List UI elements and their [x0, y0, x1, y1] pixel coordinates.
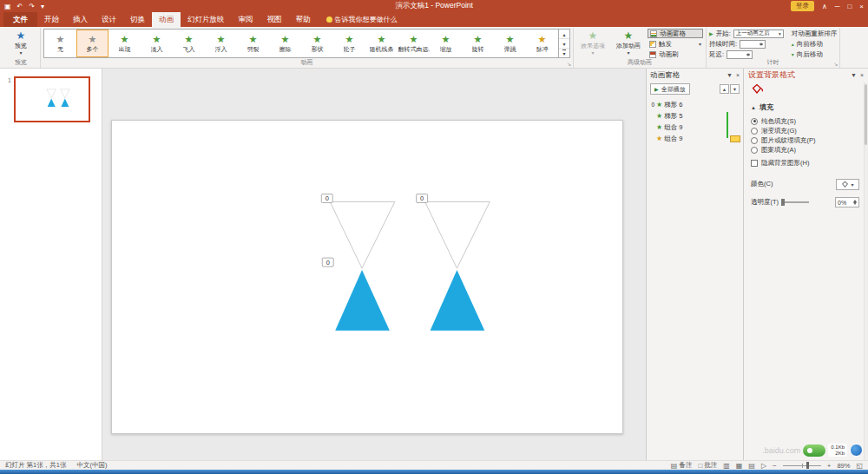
- slide-sorter-icon[interactable]: ▦: [736, 462, 743, 470]
- option-control[interactable]: [751, 147, 758, 154]
- close-icon[interactable]: ×: [736, 72, 740, 78]
- option-control[interactable]: [751, 128, 758, 135]
- animation-effect-item[interactable]: ★ 随机线条: [365, 30, 398, 57]
- slide-thumbnail[interactable]: [14, 76, 90, 122]
- move-up-button[interactable]: ▲: [720, 84, 729, 94]
- animation-effect-item[interactable]: ★ 淡入: [141, 30, 173, 57]
- fill-option[interactable]: 隐藏背景图形(H): [751, 158, 859, 168]
- notes-button[interactable]: ▤ 备注: [671, 461, 693, 470]
- trapezoid-outline-shape-1[interactable]: [330, 201, 395, 268]
- delay-spinner[interactable]: [727, 50, 753, 59]
- minimize-button[interactable]: ─: [835, 3, 840, 10]
- windows-taskbar-edge[interactable]: [0, 470, 868, 474]
- gallery-more-icon[interactable]: ▾: [559, 49, 569, 57]
- triangle-shape-2[interactable]: [431, 270, 485, 331]
- trigger-button[interactable]: 触发 ▾: [648, 39, 703, 49]
- transparency-slider[interactable]: [781, 201, 809, 203]
- fill-bucket-icon[interactable]: [751, 83, 763, 95]
- maximize-button[interactable]: □: [847, 3, 852, 10]
- ribbon-tab[interactable]: 帮助: [289, 12, 318, 27]
- ribbon-tab[interactable]: 开始: [37, 12, 66, 27]
- fill-option[interactable]: 纯色填充(S): [751, 116, 859, 126]
- ribbon-display-options-icon[interactable]: ∧: [822, 3, 827, 10]
- login-button[interactable]: 登录: [791, 1, 814, 11]
- reading-view-icon[interactable]: ▤: [748, 462, 755, 470]
- zoom-slider[interactable]: [783, 465, 821, 466]
- trapezoid-outline-shape-2[interactable]: [425, 201, 490, 268]
- zoom-slider-thumb[interactable]: [806, 462, 809, 469]
- tell-me-box[interactable]: 告诉我你想要做什么: [326, 12, 398, 27]
- gallery-scroll-down-icon[interactable]: ▾: [559, 39, 569, 49]
- animation-effect-item[interactable]: ★ 无: [44, 30, 76, 57]
- dialog-launcher-icon[interactable]: ↘: [833, 62, 838, 67]
- animation-timing-bar[interactable]: [730, 113, 740, 120]
- animation-effect-item[interactable]: ★ 弹跳: [494, 30, 526, 57]
- ribbon-tab[interactable]: 幻灯片放映: [181, 12, 232, 27]
- ribbon-tab[interactable]: 文件: [3, 12, 37, 27]
- slider-thumb[interactable]: [781, 199, 785, 206]
- close-button[interactable]: ×: [859, 3, 864, 10]
- animation-list-item[interactable]: ★ 组合 9: [647, 133, 743, 144]
- fit-to-window-icon[interactable]: ◱: [856, 462, 863, 470]
- language-indicator[interactable]: 中文(中国): [76, 461, 107, 470]
- animation-timing-bar[interactable]: [730, 135, 740, 142]
- zoom-out-icon[interactable]: −: [773, 462, 777, 470]
- fill-option[interactable]: 渐变填充(G): [751, 126, 859, 135]
- save-icon[interactable]: ▣: [4, 3, 11, 10]
- zoom-in-icon[interactable]: +: [827, 462, 832, 470]
- redo-icon[interactable]: ↷: [29, 3, 35, 10]
- ribbon-tab[interactable]: 视图: [260, 12, 289, 27]
- duration-spinner[interactable]: [740, 40, 766, 49]
- animation-effect-item[interactable]: ★ 出现: [108, 30, 141, 57]
- close-icon[interactable]: ×: [860, 72, 864, 78]
- animation-effect-item[interactable]: ★ 飞入: [173, 30, 205, 57]
- zoom-level[interactable]: 89%: [837, 462, 850, 470]
- color-dropdown-button[interactable]: ▾: [836, 179, 859, 190]
- animation-list-item[interactable]: ★ 组合 9: [647, 122, 743, 133]
- animation-effect-item[interactable]: ★ 擦除: [269, 30, 301, 57]
- quick-access-dropdown-icon[interactable]: ▾: [41, 3, 44, 10]
- preview-button[interactable]: ★ 预览 ▾: [4, 29, 37, 56]
- fill-option[interactable]: 图案填充(A): [751, 145, 859, 155]
- dialog-launcher-icon[interactable]: ↘: [567, 62, 571, 67]
- animation-timing-bar[interactable]: [730, 124, 740, 131]
- animation-list-item[interactable]: 0 ★ 梯形 6: [647, 99, 743, 110]
- add-animation-button[interactable]: ★ 添加动画 ▾: [612, 29, 645, 56]
- animation-effect-item[interactable]: ★ 旋转: [462, 30, 494, 57]
- pane-scrollbar[interactable]: [864, 82, 868, 460]
- animation-effect-item[interactable]: ★ 轮子: [333, 30, 365, 57]
- slideshow-icon[interactable]: ▷: [761, 462, 766, 470]
- option-control[interactable]: [751, 160, 758, 167]
- ribbon-tab[interactable]: 审阅: [232, 12, 260, 27]
- animation-effect-item[interactable]: ★ 浮入: [205, 30, 237, 57]
- slide[interactable]: 0 0 0: [111, 120, 623, 434]
- undo-icon[interactable]: ↶: [17, 3, 23, 10]
- animation-timing-bar[interactable]: [730, 102, 740, 109]
- triangle-shape-1[interactable]: [335, 270, 390, 331]
- slide-canvas-area[interactable]: 0 0 0: [102, 69, 646, 460]
- move-down-button[interactable]: ▼: [730, 84, 740, 94]
- ribbon-tab[interactable]: 切换: [123, 12, 152, 27]
- animation-effect-item[interactable]: ★ 脉冲: [526, 30, 558, 57]
- ribbon-tab[interactable]: 动画: [152, 12, 181, 27]
- gallery-scroll-up-icon[interactable]: ▴: [559, 30, 569, 39]
- animation-pane-toggle[interactable]: 动画窗格: [648, 29, 703, 38]
- animation-order-badge[interactable]: 0: [322, 258, 333, 267]
- move-earlier-button[interactable]: ▴ 向前移动: [792, 39, 838, 49]
- fill-option[interactable]: 图片或纹理填充(P): [751, 135, 859, 145]
- animation-effect-item[interactable]: ★ 翻转式由远..: [398, 30, 430, 57]
- animation-order-badge[interactable]: 0: [417, 194, 428, 203]
- animation-order-badge[interactable]: 0: [321, 194, 332, 203]
- fill-section-header[interactable]: ▲ 填充: [751, 102, 859, 112]
- ribbon-tab[interactable]: 设计: [95, 12, 123, 27]
- ribbon-tab[interactable]: 插入: [66, 12, 95, 27]
- animation-effect-item[interactable]: ★ 多个: [76, 30, 108, 57]
- comments-button[interactable]: □ 批注: [698, 461, 717, 470]
- option-control[interactable]: [751, 118, 758, 125]
- animation-effect-item[interactable]: ★ 形状: [301, 30, 333, 57]
- normal-view-icon[interactable]: ▥: [723, 462, 730, 470]
- animation-effect-item[interactable]: ★ 劈裂: [237, 30, 269, 57]
- pane-menu-icon[interactable]: ▼: [851, 72, 857, 78]
- pane-menu-icon[interactable]: ▼: [727, 72, 733, 78]
- start-dropdown[interactable]: 上一动画之后 ▾: [733, 30, 784, 38]
